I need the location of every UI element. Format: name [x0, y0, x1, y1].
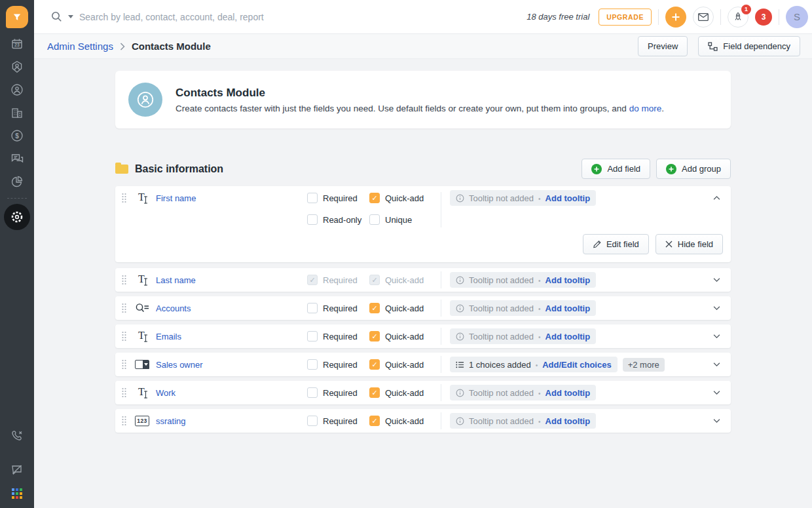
group-header: Basic information Add field Add group [115, 159, 731, 179]
lookup-field-icon [134, 303, 151, 313]
field-name-link[interactable]: Work [156, 388, 175, 398]
drag-handle-icon[interactable] [122, 360, 126, 370]
unique-checkbox[interactable]: Unique [369, 214, 412, 225]
checkbox-box[interactable] [369, 193, 380, 203]
field-name-link[interactable]: Sales owner [156, 360, 203, 370]
expand-chevron-icon[interactable] [713, 391, 720, 395]
search-input[interactable] [79, 12, 354, 22]
upgrade-button[interactable]: UPGRADE [599, 9, 652, 26]
required-checkbox[interactable]: Required [307, 303, 358, 313]
checkbox-box[interactable] [307, 331, 318, 342]
notifications-count-button[interactable]: 3 [755, 9, 772, 26]
required-checkbox[interactable]: Required [307, 416, 358, 426]
sidebar-item-deals[interactable]: $ [9, 128, 25, 143]
expand-chevron-icon[interactable] [713, 334, 720, 339]
required-checkbox[interactable]: Required [307, 331, 358, 342]
email-button[interactable] [693, 7, 714, 28]
add-field-button[interactable]: Add field [581, 159, 650, 179]
pencil-icon [593, 240, 601, 248]
drag-handle-icon[interactable] [122, 388, 126, 398]
sidebar-item-settings-active[interactable] [4, 204, 30, 230]
quick-add-button[interactable] [665, 7, 686, 28]
checkbox-box[interactable] [307, 416, 318, 426]
required-checkbox[interactable]: Required [307, 193, 358, 203]
add-edit-choices-link[interactable]: Add/Edit choices [542, 360, 611, 370]
field-row-work: T Work Required Quick-add Tooltip not ad… [115, 381, 731, 404]
collapse-chevron-icon[interactable] [713, 196, 720, 201]
sidebar-item-accounts[interactable] [9, 106, 25, 120]
drag-handle-icon[interactable] [122, 416, 126, 426]
read-only-checkbox[interactable]: Read-only [307, 214, 361, 225]
checkbox-box[interactable] [307, 303, 318, 313]
checkbox-box[interactable] [307, 214, 318, 225]
add-group-button[interactable]: Add group [656, 159, 731, 179]
field-name-link[interactable]: First name [156, 193, 196, 203]
more-choices-badge[interactable]: +2 more [623, 358, 665, 372]
breadcrumb-admin-settings[interactable]: Admin Settings [47, 41, 113, 52]
checkbox-box[interactable] [307, 387, 318, 398]
drag-handle-icon[interactable] [122, 193, 126, 203]
add-tooltip-link[interactable]: Add tooltip [545, 193, 591, 203]
expand-chevron-icon[interactable] [713, 362, 720, 367]
add-tooltip-link[interactable]: Add tooltip [545, 332, 591, 342]
field-name-link[interactable]: Accounts [156, 303, 191, 313]
drag-handle-icon[interactable] [122, 303, 126, 313]
freshsales-logo[interactable] [6, 6, 28, 28]
apps-switcher-icon[interactable] [12, 488, 22, 499]
edit-field-button[interactable]: Edit field [583, 234, 649, 254]
user-avatar[interactable]: S [786, 6, 808, 28]
sidebar-item-contacts[interactable] [9, 83, 25, 97]
search-scope-caret-icon[interactable] [68, 15, 73, 18]
required-checkbox[interactable]: Required [307, 387, 358, 398]
phone-disabled-icon[interactable] [9, 429, 25, 443]
sidebar: 23 $ [0, 0, 34, 508]
quick-add-checkbox[interactable]: Quick-add [369, 387, 424, 398]
tooltip-status-text: Tooltip not added [469, 193, 534, 203]
expand-chevron-icon[interactable] [713, 419, 720, 423]
required-checkbox[interactable]: Required [307, 359, 358, 370]
expand-chevron-icon[interactable] [713, 278, 720, 283]
field-name-link[interactable]: Emails [156, 332, 181, 342]
quick-add-checkbox[interactable]: Quick-add [369, 193, 424, 203]
checkbox-box[interactable] [369, 331, 380, 342]
field-dependency-icon [708, 42, 718, 51]
quick-add-checkbox[interactable]: Quick-add [369, 303, 424, 313]
sidebar-item-conversations[interactable] [9, 151, 25, 166]
field-name-link[interactable]: ssrating [156, 416, 186, 426]
checkbox-box[interactable] [369, 359, 380, 370]
quick-add-checkbox[interactable]: Quick-add [369, 331, 424, 342]
whats-new-button[interactable]: 1 [728, 7, 748, 28]
quick-add-checkbox[interactable]: Quick-add [369, 359, 424, 370]
field-row-ssrating: 123 ssrating Required Quick-add Tooltip … [115, 409, 731, 433]
sidebar-item-leads[interactable] [9, 60, 25, 74]
add-tooltip-link[interactable]: Add tooltip [545, 388, 591, 398]
bubble-slash-icon [10, 463, 24, 477]
add-tooltip-link[interactable]: Add tooltip [545, 275, 591, 285]
info-icon [456, 417, 464, 425]
hide-field-button[interactable]: Hide field [655, 234, 723, 254]
close-icon [665, 241, 673, 248]
do-more-link[interactable]: do more [629, 104, 662, 113]
quick-add-checkbox[interactable]: Quick-add [369, 416, 424, 426]
pill-separator [538, 193, 541, 203]
field-dependency-button[interactable]: Field dependency [698, 36, 800, 56]
checkbox-box[interactable] [307, 359, 318, 370]
checkbox-box[interactable] [369, 387, 380, 398]
drag-handle-icon[interactable] [122, 332, 126, 342]
add-tooltip-link[interactable]: Add tooltip [545, 416, 591, 426]
drag-handle-icon[interactable] [122, 275, 126, 285]
checkbox-box[interactable] [369, 416, 380, 426]
announcement-muted-icon[interactable] [9, 463, 25, 477]
sidebar-item-analytics[interactable] [9, 174, 25, 189]
sidebar-item-calendar[interactable]: 23 [9, 37, 25, 51]
add-tooltip-link[interactable]: Add tooltip [545, 303, 591, 313]
checkbox-box[interactable] [307, 193, 318, 203]
dropdown-field-icon [134, 360, 151, 369]
field-name-link[interactable]: Last name [156, 275, 196, 285]
search-icon[interactable] [51, 11, 62, 22]
checkbox-box[interactable] [369, 214, 380, 225]
expand-chevron-icon[interactable] [713, 306, 720, 311]
checkbox-label: Read-only [323, 215, 361, 225]
preview-button[interactable]: Preview [638, 36, 688, 56]
checkbox-box[interactable] [369, 303, 380, 313]
